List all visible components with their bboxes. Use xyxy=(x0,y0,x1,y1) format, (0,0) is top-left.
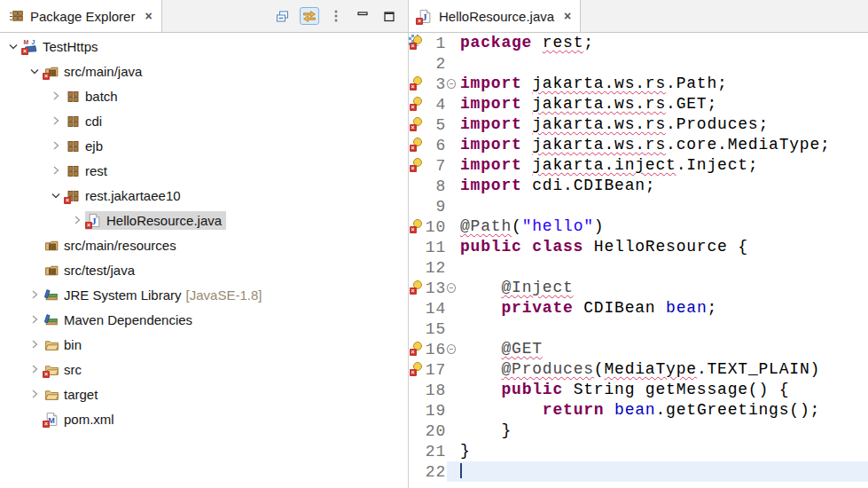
code-text[interactable]: import jakarta.inject.Inject; xyxy=(456,155,868,176)
code-line[interactable]: ×3import jakarta.ws.rs.Path; xyxy=(409,74,868,94)
code-text[interactable] xyxy=(456,461,868,482)
close-icon[interactable]: × xyxy=(145,9,152,23)
gutter-marker-cell[interactable]: × xyxy=(409,74,423,94)
chevron-down-icon[interactable] xyxy=(5,39,21,53)
code-line[interactable]: 21} xyxy=(409,441,868,461)
code-line[interactable]: 11public class HelloResource { xyxy=(409,237,868,257)
code-line[interactable]: 15 xyxy=(409,319,868,339)
maximize-button[interactable] xyxy=(379,7,399,25)
view-menu-button[interactable] xyxy=(326,7,346,25)
code-text[interactable]: @GET xyxy=(456,339,868,359)
link-with-editor-button[interactable] xyxy=(300,7,319,25)
code-text[interactable]: import jakarta.ws.rs.Path; xyxy=(456,74,868,94)
code-text[interactable]: @Path("hello") xyxy=(456,216,868,237)
chevron-right-icon[interactable] xyxy=(48,114,64,128)
quickfix-error-icon[interactable]: × xyxy=(410,35,422,50)
code-text[interactable] xyxy=(456,53,868,74)
tree-item-src[interactable]: ×src xyxy=(0,357,408,382)
code-text[interactable]: @Inject xyxy=(456,278,868,298)
code-text[interactable]: return bean.getGreetings(); xyxy=(456,400,868,421)
tree-item-src-main-java[interactable]: ×src/main/java xyxy=(0,59,408,83)
gutter-marker-cell[interactable]: × xyxy=(409,114,423,135)
chevron-right-icon[interactable] xyxy=(27,287,43,302)
gutter-marker-cell[interactable]: × xyxy=(409,155,423,176)
code-line[interactable]: 12 xyxy=(409,257,868,278)
code-text[interactable]: @Produces(MediaType.TEXT_PLAIN) xyxy=(456,359,868,380)
gutter-marker-cell[interactable]: × xyxy=(409,135,423,155)
tree-item-rest[interactable]: rest xyxy=(0,158,408,183)
code-line[interactable]: ×5import jakarta.ws.rs.Produces; xyxy=(409,114,868,135)
quickfix-error-icon[interactable]: × xyxy=(410,97,422,111)
code-line[interactable]: ×16 @GET xyxy=(409,339,868,359)
code-text[interactable] xyxy=(456,257,868,278)
code-text[interactable]: public class HelloResource { xyxy=(456,237,868,257)
fold-collapse-icon[interactable] xyxy=(447,74,456,94)
chevron-right-icon[interactable] xyxy=(27,362,43,376)
code-line[interactable]: 9 xyxy=(409,196,868,216)
tree-entry[interactable]: src/test/java xyxy=(43,261,139,279)
code-line[interactable]: 22 xyxy=(409,461,868,482)
code-text[interactable]: private CDIBean bean; xyxy=(456,298,868,319)
chevron-right-icon[interactable] xyxy=(27,337,43,351)
code-text[interactable]: import jakarta.ws.rs.Produces; xyxy=(456,114,868,135)
chevron-down-icon[interactable] xyxy=(48,188,64,202)
quickfix-error-icon[interactable]: × xyxy=(410,219,422,233)
code-area[interactable]: ×1package rest;2×3import jakarta.ws.rs.P… xyxy=(409,33,868,482)
quickfix-error-icon[interactable]: × xyxy=(410,342,422,356)
selected-tree-entry[interactable]: J×HelloResource.java xyxy=(85,211,226,230)
tree-entry[interactable]: ejb xyxy=(64,137,107,155)
code-line[interactable]: 18 public String getMessage() { xyxy=(409,380,868,400)
code-text[interactable] xyxy=(456,196,868,216)
code-line[interactable]: ×17 @Produces(MediaType.TEXT_PLAIN) xyxy=(409,359,868,380)
quickfix-error-icon[interactable]: × xyxy=(410,362,422,376)
close-icon[interactable]: × xyxy=(564,9,571,23)
chevron-right-icon[interactable] xyxy=(27,312,43,327)
chevron-right-icon[interactable] xyxy=(69,213,85,227)
code-line[interactable]: 8import cdi.CDIBean; xyxy=(409,176,868,196)
chevron-right-icon[interactable] xyxy=(48,89,64,103)
code-text[interactable]: public String getMessage() { xyxy=(456,380,868,400)
gutter-marker-cell[interactable]: × xyxy=(409,278,423,298)
code-line[interactable]: ×6import jakarta.ws.rs.core.MediaType; xyxy=(409,135,868,155)
fold-collapse-icon[interactable] xyxy=(447,278,456,298)
code-line[interactable]: ×10@Path("hello") xyxy=(409,216,868,237)
tree-item-bin[interactable]: bin xyxy=(0,332,408,357)
code-line[interactable]: ×4import jakarta.ws.rs.GET; xyxy=(409,94,868,114)
collapse-all-button[interactable] xyxy=(273,7,293,25)
tree-entry[interactable]: rest xyxy=(64,161,112,180)
gutter-marker-cell[interactable]: × xyxy=(409,359,423,380)
code-line[interactable]: 20 } xyxy=(409,421,868,441)
tree-entry[interactable]: JRE System Library [JavaSE-1.8] xyxy=(43,286,266,304)
tree-item-pom-xml[interactable]: M×pom.xml xyxy=(0,406,408,431)
tree-item-src-main-resources[interactable]: src/main/resources xyxy=(0,232,408,257)
code-text[interactable]: package rest; xyxy=(456,33,868,53)
gutter-marker-cell[interactable]: × xyxy=(409,216,423,237)
code-text[interactable] xyxy=(456,319,868,339)
tree-item-jre-system-library[interactable]: JRE System Library [JavaSE-1.8] xyxy=(0,282,408,307)
chevron-down-icon[interactable] xyxy=(27,64,43,78)
code-line[interactable]: 14 private CDIBean bean; xyxy=(409,298,868,319)
chevron-right-icon[interactable] xyxy=(48,163,64,177)
code-line[interactable]: 2 xyxy=(409,53,868,74)
quickfix-error-icon[interactable]: × xyxy=(410,280,422,295)
code-line[interactable]: 19 return bean.getGreetings(); xyxy=(409,400,868,421)
gutter-marker-cell[interactable]: × xyxy=(409,339,423,359)
code-line[interactable]: ×13 @Inject xyxy=(409,278,868,298)
code-text[interactable]: import jakarta.ws.rs.core.MediaType; xyxy=(456,135,868,155)
tab-package-explorer[interactable]: Package Explorer × xyxy=(0,0,162,32)
chevron-right-icon[interactable] xyxy=(27,387,43,401)
tree-entry[interactable]: cdi xyxy=(64,112,106,130)
code-line[interactable]: ×7import jakarta.inject.Inject; xyxy=(409,155,868,176)
tree-entry[interactable]: bin xyxy=(43,335,86,354)
minimize-button[interactable] xyxy=(353,7,372,25)
tree-item-batch[interactable]: batch xyxy=(0,83,408,108)
gutter-marker-cell[interactable]: × xyxy=(409,33,423,53)
tree-entry[interactable]: batch xyxy=(64,87,122,106)
quickfix-error-icon[interactable]: × xyxy=(410,117,422,131)
tree-item-cdi[interactable]: cdi xyxy=(0,108,408,133)
tree-entry[interactable]: ×src xyxy=(43,360,86,379)
code-text[interactable]: import cdi.CDIBean; xyxy=(456,176,868,196)
tree-item-target[interactable]: target xyxy=(0,382,408,406)
gutter-marker-cell[interactable]: × xyxy=(409,94,423,114)
tree-entry[interactable]: src/main/resources xyxy=(43,236,181,255)
